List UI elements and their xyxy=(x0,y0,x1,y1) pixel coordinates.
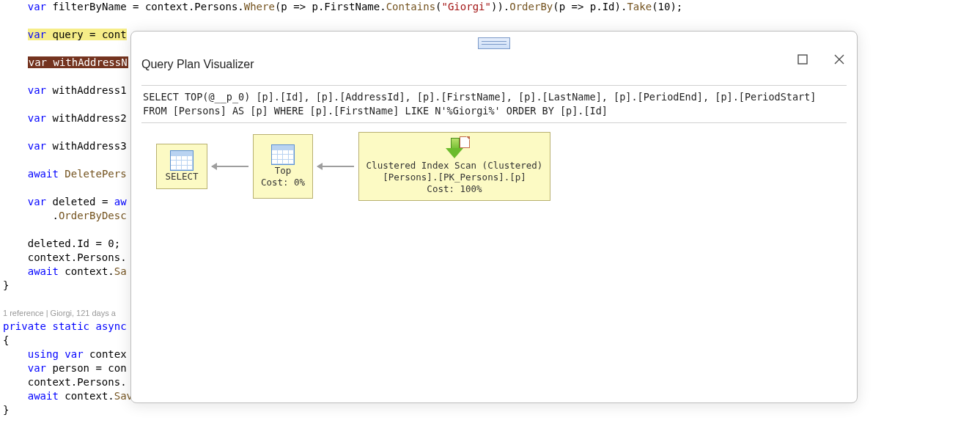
svg-rect-0 xyxy=(798,55,807,64)
plan-node-select[interactable]: SELECT xyxy=(156,144,207,189)
code-line: var filterByName = context.Persons.Where… xyxy=(0,0,980,14)
query-plan-visualizer-window: Query Plan Visualizer SELECT TOP(@__p_0)… xyxy=(130,31,858,403)
window-title: Query Plan Visualizer xyxy=(141,58,254,71)
plan-arrow xyxy=(212,166,248,167)
sql-text: SELECT TOP(@__p_0) [p].[Id], [p].[Addres… xyxy=(141,86,847,123)
square-icon xyxy=(797,54,808,65)
plan-node-cost: Cost: 100% xyxy=(427,183,482,195)
execution-plan[interactable]: SELECT Top Cost: 0% Clustered Index Scan… xyxy=(141,123,847,201)
maximize-button[interactable] xyxy=(795,52,810,67)
plan-node-label: Clustered Index Scan (Clustered) xyxy=(366,160,543,172)
drag-handle[interactable] xyxy=(478,37,510,49)
plan-node-top[interactable]: Top Cost: 0% xyxy=(253,134,313,199)
close-button[interactable] xyxy=(832,52,847,67)
scan-arrow-icon xyxy=(443,138,465,158)
close-icon xyxy=(834,54,844,65)
plan-node-object: [Persons].[PK_Persons].[p] xyxy=(383,172,526,183)
table-icon xyxy=(170,150,194,171)
plan-node-label: SELECT xyxy=(165,171,198,183)
code-line: } xyxy=(0,403,980,417)
plan-arrow xyxy=(317,166,354,167)
plan-node-index-scan[interactable]: Clustered Index Scan (Clustered) [Person… xyxy=(358,132,550,201)
plan-node-label: Top xyxy=(275,165,292,177)
plan-node-cost: Cost: 0% xyxy=(261,177,305,188)
table-icon xyxy=(271,144,295,165)
